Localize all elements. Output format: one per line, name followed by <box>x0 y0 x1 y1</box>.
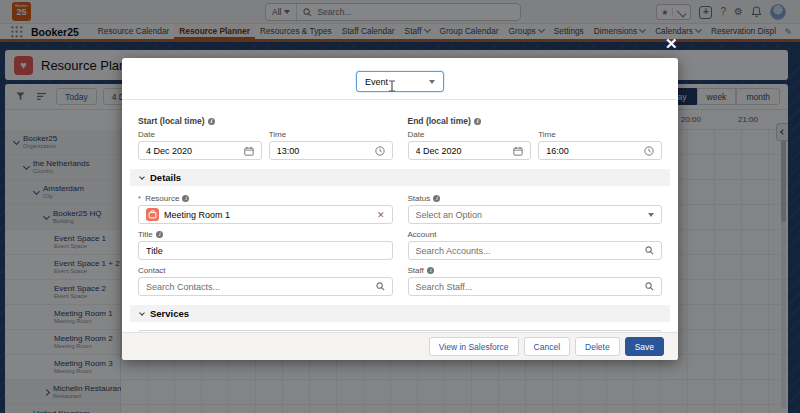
chevron-down-icon <box>139 310 145 316</box>
resource-field[interactable]: Meeting Room 1 ✕ <box>138 205 393 224</box>
status-select[interactable]: Select an Option <box>408 205 663 224</box>
clear-resource-icon[interactable]: ✕ <box>377 210 385 220</box>
end-time-input[interactable]: 16:00 <box>538 141 662 160</box>
save-button[interactable]: Save <box>625 337 664 356</box>
account-label: Account <box>408 230 437 239</box>
details-section-header[interactable]: Details <box>130 169 670 186</box>
reservation-type-row: Event <box>122 58 678 100</box>
info-icon: i <box>156 231 163 238</box>
title-input[interactable]: Title <box>138 241 393 260</box>
info-icon: i <box>427 267 434 274</box>
chevron-down-icon <box>648 213 654 217</box>
info-icon: i <box>182 195 189 202</box>
end-date-label: Date <box>408 130 532 139</box>
start-group: Start (local time) i Date 4 Dec 2020 <box>138 116 393 160</box>
start-label: Start (local time) <box>138 116 205 126</box>
reservation-type-value: Event <box>365 77 388 87</box>
modal-footer: View in Salesforce Cancel Delete Save <box>122 332 678 360</box>
end-group: End (local time) i Date 4 Dec 2020 T <box>408 116 663 160</box>
modal-close-icon[interactable]: ✕ <box>665 36 678 51</box>
account-search-input[interactable]: Search Accounts... <box>408 241 663 260</box>
end-date-input[interactable]: 4 Dec 2020 <box>408 141 532 160</box>
info-icon: i <box>474 118 481 125</box>
start-date-label: Date <box>138 130 262 139</box>
start-date-input[interactable]: 4 Dec 2020 <box>138 141 262 160</box>
datetime-section: Start (local time) i Date 4 Dec 2020 <box>138 116 662 160</box>
required-asterisk: * <box>138 194 141 203</box>
staff-label: Staff <box>408 266 424 275</box>
reservation-type-select[interactable]: Event <box>356 71 444 92</box>
chevron-down-icon <box>429 80 435 84</box>
title-label: Title <box>138 230 153 239</box>
end-time-label: Time <box>538 130 662 139</box>
staff-search-input[interactable]: Search Staff... <box>408 277 663 296</box>
end-label: End (local time) <box>408 116 471 126</box>
details-fields: * Resource i Meeting Room 1 ✕ Status <box>138 194 662 296</box>
calendar-icon[interactable] <box>513 146 523 156</box>
contact-label: Contact <box>138 266 166 275</box>
start-time-label: Time <box>269 130 393 139</box>
resource-label: Resource <box>145 194 179 203</box>
calendar-icon[interactable] <box>244 146 254 156</box>
chevron-down-icon <box>139 174 145 180</box>
cancel-button[interactable]: Cancel <box>524 337 570 356</box>
contact-search-input[interactable]: Search Contacts... <box>138 277 393 296</box>
status-label: Status <box>408 194 431 203</box>
start-time-input[interactable]: 13:00 <box>269 141 393 160</box>
resource-object-icon <box>146 208 159 221</box>
modal-body: Start (local time) i Date 4 Dec 2020 <box>122 100 678 349</box>
reservation-modal: Event Start (local time) i Date 4 <box>122 58 678 360</box>
clock-icon[interactable] <box>375 146 385 156</box>
search-icon <box>376 282 385 291</box>
delete-button[interactable]: Delete <box>575 337 620 356</box>
text-cursor-ibeam <box>388 80 396 92</box>
search-icon <box>645 282 654 291</box>
services-section-header[interactable]: Services <box>130 305 670 322</box>
clock-icon[interactable] <box>644 146 654 156</box>
view-in-salesforce-button[interactable]: View in Salesforce <box>429 337 519 356</box>
info-icon: i <box>208 118 215 125</box>
app-root: Booker 25 All Search... ★ + ? ⚙ Booker25 <box>0 0 800 413</box>
search-icon <box>645 246 654 255</box>
info-icon: i <box>433 195 440 202</box>
